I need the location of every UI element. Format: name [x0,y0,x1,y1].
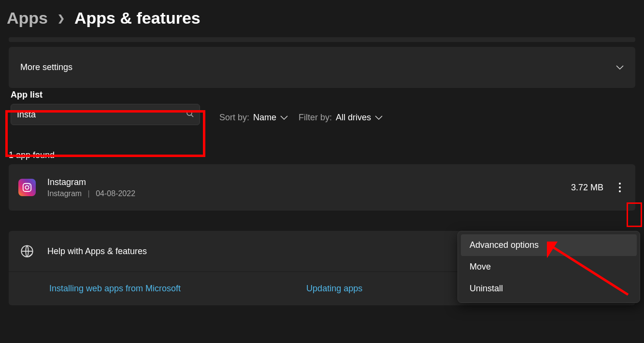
sort-prefix: Sort by: [219,113,249,123]
chevron-down-icon [280,113,288,123]
svg-point-4 [29,185,30,186]
globe-icon [20,244,34,258]
divider-bar [9,37,635,42]
svg-line-1 [191,115,193,117]
app-subtext: Instagram | 04-08-2022 [47,189,571,198]
more-settings-label: More settings [20,62,72,72]
instagram-icon [18,179,36,196]
menu-item-uninstall[interactable]: Uninstall [461,278,637,300]
apps-found-label: 1 app found [9,150,635,160]
app-meta: Instagram Instagram | 04-08-2022 [47,177,571,198]
chevron-down-icon [375,113,383,123]
help-link-install[interactable]: Installing web apps from Microsoft [49,284,181,294]
breadcrumb: Apps ❯ Apps & features [0,0,644,32]
page-title: Apps & features [74,9,200,28]
filter-prefix: Filter by: [299,113,332,123]
svg-rect-2 [23,184,31,192]
more-settings-expander[interactable]: More settings [9,47,635,88]
svg-point-3 [25,186,29,189]
chevron-down-icon [616,62,624,72]
context-menu: Advanced options Move Uninstall [458,231,640,303]
search-input[interactable] [11,104,200,125]
more-options-button[interactable] [614,177,626,198]
sort-value: Name [253,113,276,123]
menu-item-advanced-options[interactable]: Advanced options [461,234,637,256]
breadcrumb-parent[interactable]: Apps [7,9,48,28]
filter-by-dropdown[interactable]: Filter by: All drives [299,113,383,123]
separator: | [88,189,90,198]
app-row-instagram[interactable]: Instagram Instagram | 04-08-2022 3.72 MB [9,164,635,211]
app-date: 04-08-2022 [96,189,135,198]
sort-by-dropdown[interactable]: Sort by: Name [219,113,288,123]
app-publisher: Instagram [47,189,82,198]
svg-point-0 [187,111,192,115]
chevron-right-icon: ❯ [57,13,65,24]
search-field[interactable] [17,110,186,120]
search-icon [186,110,194,119]
app-list-label: App list [9,88,209,104]
help-link-update[interactable]: Updating apps [306,284,362,294]
filter-value: All drives [336,113,371,123]
help-title: Help with Apps & features [47,246,147,257]
menu-item-move[interactable]: Move [461,256,637,278]
app-size: 3.72 MB [571,183,603,193]
app-name: Instagram [47,177,571,187]
